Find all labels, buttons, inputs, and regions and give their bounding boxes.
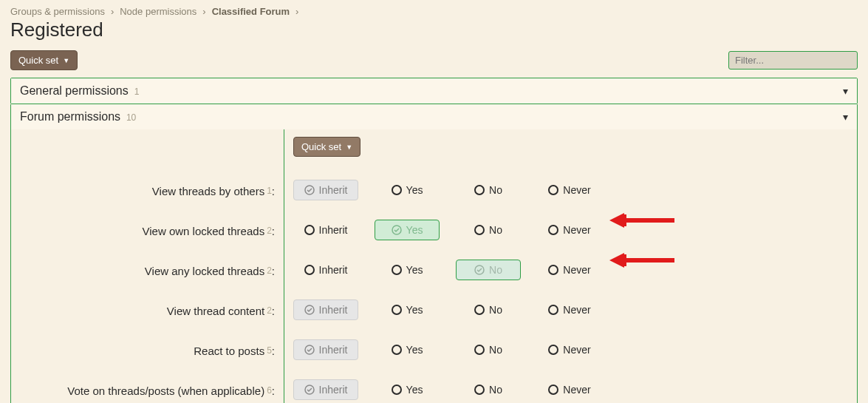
option-label: Yes: [406, 384, 423, 396]
option-yes[interactable]: Yes: [375, 260, 440, 280]
chevron-right-icon: ›: [111, 6, 114, 17]
panel-forum-permissions: Forum permissions 10 ▾ View threads by o…: [10, 104, 858, 403]
check-circle-icon: [304, 305, 315, 315]
option-no[interactable]: No: [456, 299, 521, 320]
option-label: No: [489, 264, 502, 276]
permission-label-text: View any locked threads: [145, 265, 264, 277]
quick-set-inner-button[interactable]: Quick set ▼: [293, 137, 360, 157]
option-never[interactable]: Never: [537, 260, 602, 280]
filter-input[interactable]: [728, 51, 858, 70]
chevron-right-icon: ›: [295, 6, 298, 17]
check-circle-icon: [392, 225, 402, 235]
option-inherit[interactable]: Inherit: [293, 260, 358, 280]
radio-icon: [548, 305, 558, 315]
radio-icon: [474, 385, 485, 395]
option-never[interactable]: Never: [537, 339, 602, 360]
quick-set-label: Quick set: [18, 55, 58, 66]
radio-icon: [304, 265, 315, 275]
check-circle-icon: [304, 385, 315, 395]
panel-count: 10: [126, 112, 136, 123]
option-inherit[interactable]: Inherit: [293, 339, 358, 360]
permission-label: React to posts5:: [11, 331, 284, 370]
radio-icon: [392, 265, 402, 275]
option-label: Never: [563, 224, 590, 236]
radio-icon: [548, 185, 558, 195]
option-label: Yes: [406, 264, 423, 276]
radio-icon: [474, 225, 485, 235]
quick-set-label: Quick set: [301, 141, 341, 152]
option-yes[interactable]: Yes: [375, 299, 440, 320]
option-inherit[interactable]: Inherit: [293, 180, 358, 200]
check-circle-icon: [304, 345, 315, 355]
option-never[interactable]: Never: [537, 379, 602, 400]
caret-down-icon: ▼: [63, 57, 69, 64]
option-no[interactable]: No: [456, 260, 521, 280]
permission-options: InheritYesNoNever: [284, 210, 857, 250]
option-label: Inherit: [319, 344, 348, 356]
chevron-down-icon: ▾: [843, 111, 848, 123]
option-never[interactable]: Never: [537, 299, 602, 320]
option-never[interactable]: Never: [537, 220, 602, 240]
option-label: No: [489, 384, 502, 396]
option-yes[interactable]: Yes: [375, 180, 440, 200]
option-label: Inherit: [319, 264, 348, 276]
permission-label-text: View own locked threads: [142, 225, 264, 237]
radio-icon: [392, 305, 402, 315]
permission-count: 6: [267, 385, 272, 396]
permission-count: 2: [267, 265, 272, 276]
breadcrumb-classified-forum[interactable]: Classified Forum: [212, 6, 290, 17]
annotation-arrow-icon: [602, 209, 676, 231]
permission-label: View own locked threads2:: [11, 211, 284, 251]
option-label: Inherit: [319, 304, 348, 316]
panel-header-forum[interactable]: Forum permissions 10 ▾: [11, 104, 857, 129]
check-circle-icon: [304, 185, 315, 195]
option-label: Yes: [406, 224, 423, 236]
panel-count: 1: [134, 87, 140, 97]
permission-count: 5: [267, 345, 272, 356]
radio-icon: [392, 385, 402, 395]
option-yes[interactable]: Yes: [375, 339, 440, 360]
option-inherit[interactable]: Inherit: [293, 220, 358, 240]
radio-icon: [548, 225, 558, 235]
radio-icon: [548, 345, 558, 355]
breadcrumb-groups[interactable]: Groups & permissions: [10, 6, 105, 17]
breadcrumb-node-permissions[interactable]: Node permissions: [120, 6, 197, 17]
permission-options: InheritYesNoNever: [284, 370, 857, 403]
chevron-right-icon: ›: [202, 6, 205, 17]
permission-count: 2: [267, 226, 272, 236]
radio-icon: [304, 225, 315, 235]
option-label: Never: [563, 304, 590, 316]
option-yes[interactable]: Yes: [375, 220, 440, 240]
option-label: Inherit: [319, 184, 348, 196]
permission-label-text: React to posts: [194, 345, 264, 357]
permission-label-text: View threads by others: [152, 185, 264, 197]
option-label: Yes: [406, 344, 423, 356]
option-label: Never: [563, 264, 590, 276]
option-yes[interactable]: Yes: [375, 379, 440, 400]
option-no[interactable]: No: [456, 220, 521, 240]
option-no[interactable]: No: [456, 180, 521, 200]
option-inherit[interactable]: Inherit: [293, 299, 358, 320]
permission-label-text: View thread content: [167, 305, 264, 317]
option-label: Never: [563, 384, 590, 396]
permission-count: 1: [267, 186, 272, 196]
option-label: Never: [563, 184, 590, 196]
permission-options: InheritYesNoNever: [284, 250, 857, 290]
option-no[interactable]: No: [456, 379, 521, 400]
option-label: Inherit: [319, 384, 348, 396]
option-never[interactable]: Never: [537, 180, 602, 200]
option-label: No: [489, 344, 502, 356]
check-circle-icon: [474, 265, 485, 275]
panel-header-general[interactable]: General permissions 1 ▾: [11, 78, 857, 104]
option-no[interactable]: No: [456, 339, 521, 360]
option-label: Yes: [406, 304, 423, 316]
quick-set-button[interactable]: Quick set ▼: [10, 50, 78, 70]
permission-options: InheritYesNoNever: [284, 330, 857, 370]
option-inherit[interactable]: Inherit: [293, 379, 358, 400]
radio-icon: [474, 305, 485, 315]
panel-title: Forum permissions: [20, 110, 120, 123]
permission-label: View any locked threads2:: [11, 251, 284, 291]
radio-icon: [548, 385, 558, 395]
option-label: Never: [563, 344, 590, 356]
radio-icon: [392, 185, 402, 195]
